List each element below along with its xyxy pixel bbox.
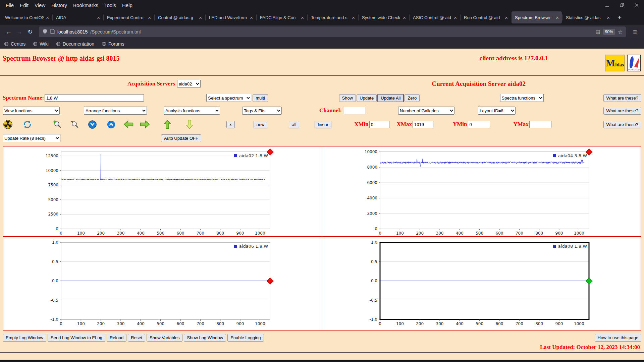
zoom-out-icon[interactable] [70, 119, 80, 129]
menu-view[interactable]: View [32, 1, 48, 9]
update-button[interactable]: Update [357, 94, 377, 102]
update-rate-dropdown[interactable]: Update Rate (8 secs) [3, 134, 60, 142]
bookmark-documentation[interactable]: Documentation [56, 41, 94, 47]
view-functions-dropdown[interactable]: View functions [3, 107, 60, 115]
linear-button[interactable]: linear [315, 121, 331, 128]
scroll-up-icon[interactable] [106, 119, 116, 129]
auto-update-button[interactable]: Auto Update OFF [161, 134, 201, 142]
show-log-window-button[interactable]: Show Log Window [184, 334, 226, 342]
new-button[interactable]: new [254, 121, 268, 128]
new-tab-button[interactable]: + [614, 12, 625, 23]
spectrum-name-input[interactable] [45, 94, 144, 102]
tab-experiment-contro[interactable]: Experiment Contro× [104, 11, 154, 23]
tab-run-control-aid[interactable]: Run Control @ aid× [461, 11, 511, 23]
bookmark-forums[interactable]: Forums [102, 41, 124, 47]
forward-icon[interactable]: → [14, 26, 25, 37]
chart-panel-2[interactable]: 0200040006000800010000010020030040050060… [322, 146, 641, 237]
menu-tools[interactable]: Tools [101, 1, 119, 9]
reload-icon[interactable]: ↻ [25, 26, 36, 37]
show-variables-button[interactable]: Show Variables [147, 334, 182, 342]
chart-panel-4[interactable]: -1.0-0.50.00.51.001002003004005006007008… [322, 237, 641, 330]
enable-logging-button[interactable]: Enable Logging [227, 334, 264, 342]
xmax-input[interactable] [413, 121, 433, 128]
left-arrow-icon[interactable] [123, 119, 134, 129]
ymax-input[interactable] [529, 121, 551, 128]
update-all-button[interactable]: Update All [377, 94, 404, 102]
right-arrow-icon[interactable] [139, 119, 150, 129]
what-are-these-button[interactable]: What are these? [603, 121, 641, 128]
what-are-these-button[interactable]: What are these? [603, 107, 641, 115]
tab-welcome-to-centos[interactable]: Welcome to CentOS× [2, 11, 52, 23]
tab-close-icon[interactable]: × [351, 15, 356, 20]
scroll-down-icon[interactable] [87, 119, 97, 129]
radiation-icon[interactable] [3, 119, 13, 129]
tab-close-icon[interactable]: × [96, 15, 101, 20]
bookmark-star-icon[interactable]: ☆ [618, 29, 623, 35]
menu-edit[interactable]: Edit [17, 1, 32, 9]
back-icon[interactable]: ← [3, 26, 14, 37]
all-button[interactable]: all [289, 121, 299, 128]
tab-fadc-align-con[interactable]: FADC Align & Con× [257, 11, 307, 23]
tab-system-wide-check[interactable]: System wide Check× [359, 11, 409, 23]
layout-id-dropdown[interactable]: Layout ID=8 [478, 107, 516, 115]
up-arrow-icon[interactable] [162, 119, 172, 129]
tab-close-icon[interactable]: × [504, 15, 509, 20]
zoom-level-badge[interactable]: 90% [603, 29, 615, 35]
tab-close-icon[interactable]: × [555, 15, 560, 20]
select-spectrum-dropdown[interactable]: Select a spectrum [206, 94, 251, 102]
tab-close-icon[interactable]: × [249, 15, 254, 20]
down-arrow-icon[interactable] [184, 119, 195, 129]
empty-log-window-button[interactable]: Empty Log Window [3, 334, 46, 342]
menu-file[interactable]: File [3, 1, 17, 9]
minimize-icon[interactable] [600, 0, 614, 10]
analysis-functions-dropdown[interactable]: Analysis functions [164, 107, 220, 115]
arrange-functions-dropdown[interactable]: Arrange functions [84, 107, 147, 115]
tab-aida[interactable]: AIDA× [53, 11, 103, 23]
chart-panel-1[interactable]: 0250050007500100001250001002003004005006… [3, 146, 322, 237]
reader-mode-icon[interactable]: ▤ [595, 29, 600, 35]
tab-close-icon[interactable]: × [453, 15, 458, 20]
tab-close-icon[interactable]: × [198, 15, 203, 20]
tab-close-icon[interactable]: × [147, 15, 152, 20]
tab-statistics-aidas[interactable]: Statistics @ aidas× [562, 11, 613, 23]
zoom-in-icon[interactable] [52, 119, 62, 129]
send-log-window-to-elog-button[interactable]: Send Log Window to ELog [48, 334, 105, 342]
spectra-functions-dropdown[interactable]: Spectra functions [500, 94, 544, 102]
tab-spectrum-browser[interactable]: Spectrum Browser× [512, 11, 562, 23]
tracking-protection-shield-icon[interactable] [42, 29, 48, 35]
tab-control-aidas-g[interactable]: Control @ aidas-g× [155, 11, 205, 23]
multi-button[interactable]: multi [253, 94, 268, 102]
how-to-use-button[interactable]: How to use this page [595, 334, 641, 342]
show-button[interactable]: Show [339, 94, 356, 102]
tab-close-icon[interactable]: × [300, 15, 305, 20]
channel-input[interactable] [344, 107, 366, 114]
x-button[interactable]: x [226, 121, 235, 128]
tab-close-icon[interactable]: × [606, 15, 611, 20]
acquisition-server-select[interactable]: aida02 [177, 80, 201, 88]
what-are-these-button[interactable]: What are these? [603, 94, 641, 102]
reset-button[interactable]: Reset [128, 334, 145, 342]
tab-close-icon[interactable]: × [45, 15, 50, 20]
bookmark-centos[interactable]: Centos [4, 41, 25, 47]
tab-asic-control-aid[interactable]: ASIC Control @ aid× [410, 11, 460, 23]
reload-button[interactable]: Reload [107, 334, 126, 342]
ymin-input[interactable] [468, 121, 490, 128]
tab-close-icon[interactable]: × [402, 15, 407, 20]
tags-fits-dropdown[interactable]: Tags & Fits [242, 107, 282, 115]
close-icon[interactable] [629, 0, 644, 10]
zero-button[interactable]: Zero [405, 94, 420, 102]
menu-bookmarks[interactable]: Bookmarks [70, 1, 101, 9]
bookmark-wiki[interactable]: Wiki [33, 41, 48, 47]
galleries-dropdown[interactable]: Number of Galleries [398, 107, 454, 115]
refresh-icon[interactable] [22, 119, 32, 129]
url-bar[interactable]: localhost:8015/Spectrum/Spectrum.tml ▤ 9… [39, 26, 626, 37]
app-menu-icon[interactable]: ≡ [629, 26, 641, 37]
menu-history[interactable]: History [48, 1, 70, 9]
tab-temperature-and-s[interactable]: Temperature and s× [308, 11, 358, 23]
tab-led-and-waveform[interactable]: LED and Waveform× [206, 11, 256, 23]
page-info-icon[interactable] [50, 29, 55, 35]
xmin-input[interactable] [369, 121, 389, 128]
chart-panel-3[interactable]: -1.0-0.50.00.51.001002003004005006007008… [3, 237, 322, 330]
restore-icon[interactable] [614, 0, 629, 10]
menu-help[interactable]: Help [119, 1, 136, 9]
